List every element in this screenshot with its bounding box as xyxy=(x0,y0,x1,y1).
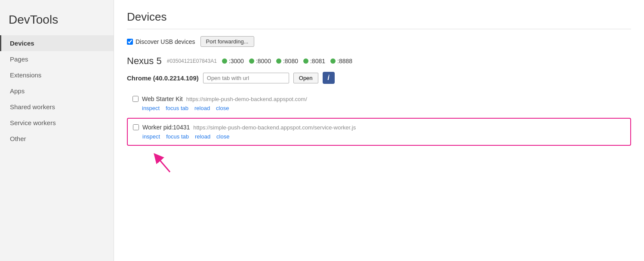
port-label: :3000 xyxy=(229,58,244,64)
info-icon[interactable]: i xyxy=(323,72,335,84)
arrow-icon xyxy=(153,148,187,174)
green-dot-icon xyxy=(330,58,336,64)
tab-actions: inspect focus tab reload close xyxy=(142,133,625,140)
discover-usb-checkbox[interactable] xyxy=(127,39,133,45)
close-link-worker[interactable]: close xyxy=(216,133,229,140)
port-badge-3000: :3000 xyxy=(222,58,244,64)
sidebar-item-label: Shared workers xyxy=(10,103,55,111)
main-content: Devices Discover USB devices Port forwar… xyxy=(114,0,644,261)
port-badge-8000: :8000 xyxy=(249,58,271,64)
discover-usb-text: Discover USB devices xyxy=(136,38,195,45)
chrome-label: Chrome (40.0.2214.109) xyxy=(127,74,199,82)
focus-tab-link-worker[interactable]: focus tab xyxy=(166,133,189,140)
tab-url: https://simple-push-demo-backend.appspot… xyxy=(193,124,356,131)
green-dot-icon xyxy=(303,58,308,64)
sidebar-nav: Devices Pages Extensions Apps Shared wor… xyxy=(0,35,114,147)
port-label: :8081 xyxy=(310,58,325,64)
device-id: #03504121E07843A1 xyxy=(167,58,217,64)
discover-usb-label[interactable]: Discover USB devices xyxy=(127,38,195,45)
tab-checkbox-worker[interactable] xyxy=(133,124,139,130)
tab-url: https://simple-push-demo-backend.appspot… xyxy=(186,96,307,102)
sidebar-item-label: Apps xyxy=(10,87,25,95)
arrow-annotation xyxy=(127,148,631,174)
open-tab-button[interactable]: Open xyxy=(293,73,318,83)
sidebar-item-label: Extensions xyxy=(10,71,41,79)
sidebar-item-label: Service workers xyxy=(10,119,56,126)
sidebar-item-shared-workers[interactable]: Shared workers xyxy=(0,99,114,115)
port-label: :8888 xyxy=(337,58,352,64)
reload-link-web-starter-kit[interactable]: reload xyxy=(194,105,210,111)
sidebar-item-pages[interactable]: Pages xyxy=(0,51,114,67)
chrome-row: Chrome (40.0.2214.109) Open i xyxy=(127,72,631,84)
green-dot-icon xyxy=(249,58,254,64)
tab-name: Web Starter Kit xyxy=(142,95,183,102)
sidebar: DevTools Devices Pages Extensions Apps S… xyxy=(0,0,114,261)
sidebar-item-label: Devices xyxy=(10,40,34,47)
tab-name: Worker pid:10431 xyxy=(142,124,190,131)
tab-title-row: Web Starter Kit https://simple-push-demo… xyxy=(132,95,626,102)
sidebar-item-label: Pages xyxy=(10,55,28,63)
port-label: :8080 xyxy=(283,58,298,64)
tab-entry-worker: Worker pid:10431 https://simple-push-dem… xyxy=(127,118,631,146)
tab-entry-web-starter-kit: Web Starter Kit https://simple-push-demo… xyxy=(127,91,631,116)
sidebar-item-apps[interactable]: Apps xyxy=(0,83,114,99)
sidebar-item-devices[interactable]: Devices xyxy=(0,35,114,51)
port-badge-8081: :8081 xyxy=(303,58,325,64)
page-title: Devices xyxy=(127,10,631,29)
port-forwarding-button[interactable]: Port forwarding... xyxy=(200,36,254,47)
focus-tab-link-web-starter-kit[interactable]: focus tab xyxy=(166,105,188,111)
tab-actions: inspect focus tab reload close xyxy=(142,105,626,111)
sidebar-item-service-workers[interactable]: Service workers xyxy=(0,115,114,131)
device-name: Nexus 5 xyxy=(127,55,162,67)
tab-checkbox-web-starter-kit[interactable] xyxy=(132,96,139,102)
inspect-link-web-starter-kit[interactable]: inspect xyxy=(142,105,160,111)
app-title: DevTools xyxy=(0,9,114,35)
green-dot-icon xyxy=(276,58,281,64)
svg-line-1 xyxy=(157,157,170,172)
sidebar-item-label: Other xyxy=(10,135,26,142)
open-tab-url-input[interactable] xyxy=(203,73,289,83)
discover-usb-row: Discover USB devices Port forwarding... xyxy=(127,36,631,47)
device-header: Nexus 5 #03504121E07843A1 :3000 :8000 :8… xyxy=(127,55,631,67)
port-badge-8080: :8080 xyxy=(276,58,298,64)
sidebar-item-extensions[interactable]: Extensions xyxy=(0,67,114,83)
tab-title-row: Worker pid:10431 https://simple-push-dem… xyxy=(133,124,625,131)
reload-link-worker[interactable]: reload xyxy=(195,133,210,140)
close-link-web-starter-kit[interactable]: close xyxy=(216,105,229,111)
port-badge-8888: :8888 xyxy=(330,58,352,64)
inspect-link-worker[interactable]: inspect xyxy=(142,133,160,140)
green-dot-icon xyxy=(222,58,227,64)
sidebar-item-other[interactable]: Other xyxy=(0,131,114,147)
port-label: :8000 xyxy=(256,58,271,64)
